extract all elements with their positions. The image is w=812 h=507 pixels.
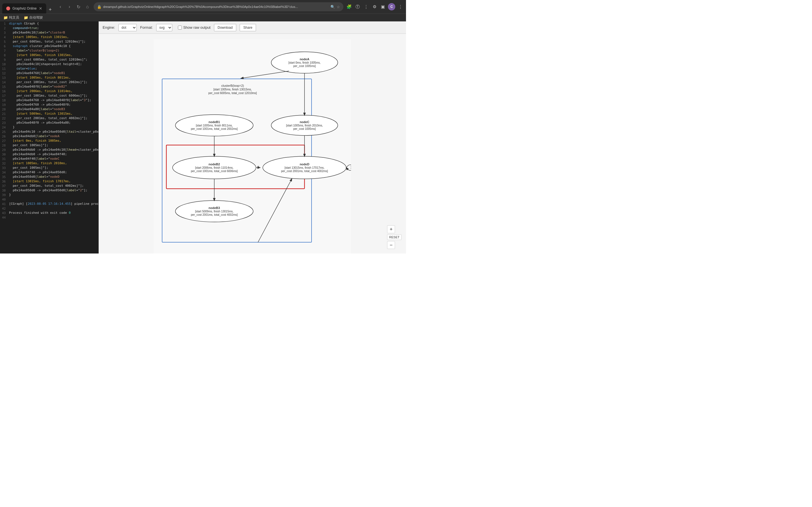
show-raw-checkbox-label[interactable]: Show raw output bbox=[178, 25, 211, 30]
line-number: 6 bbox=[0, 44, 8, 48]
tab-bar: Graphviz Online ✕ + bbox=[2, 0, 54, 13]
code-line: 21 [start 5009ms, finish 13015ms, bbox=[0, 112, 98, 116]
line-content: [start 1005ms, finish 8011ms, bbox=[8, 75, 98, 80]
line-content: p0x14ae04f40 -> p0x14ae050d0; bbox=[8, 170, 98, 175]
line-content bbox=[8, 206, 98, 211]
zoom-out-button[interactable]: − bbox=[387, 241, 395, 249]
line-number: 44 bbox=[0, 215, 8, 220]
new-tab-button[interactable]: + bbox=[46, 6, 54, 13]
bookmark-item-1[interactable]: 📁 自动驾驶 bbox=[24, 15, 43, 20]
edge-nodeb2-label-3: 3 bbox=[257, 165, 259, 169]
menu-button[interactable]: ⋮ bbox=[397, 3, 404, 10]
line-content: per_cost 1005ms]"]; bbox=[8, 166, 98, 170]
engine-select[interactable]: dot neato fdp sfdp twopi circo bbox=[118, 24, 137, 31]
extensions-button[interactable]: 🧩 bbox=[346, 3, 352, 10]
line-number: 40 bbox=[0, 197, 8, 202]
code-panel[interactable]: 1digraph CGraph {2 compound=true;3 p0x14… bbox=[0, 21, 99, 253]
nodeb1-label-line1: nodeB1 bbox=[209, 120, 220, 124]
line-content: p0x14ae050d0[label="nodeD bbox=[8, 175, 98, 179]
line-content: Process finished with exit code 0 bbox=[8, 211, 98, 215]
code-line: 8 [start 1005ms, finish 13015ms, bbox=[0, 53, 98, 57]
app-container: 1digraph CGraph {2 compound=true;3 p0x14… bbox=[0, 21, 406, 253]
line-number: 36 bbox=[0, 179, 8, 184]
line-number: 38 bbox=[0, 188, 8, 193]
graph-svg: clusterB(loop=2) [start 1005ms, finish 1… bbox=[154, 40, 351, 253]
code-line: 38 p0x14ae050d0 -> p0x14ae050d0[label="2… bbox=[0, 188, 98, 193]
code-line: 26 p0x14ae04db0[label="nodeA bbox=[0, 134, 98, 138]
line-number: 3 bbox=[0, 31, 8, 35]
line-number: 18 bbox=[0, 98, 8, 103]
nav-forward-button[interactable]: › bbox=[65, 3, 73, 11]
download-button[interactable]: Download bbox=[214, 24, 236, 31]
code-line: 9 per_cost 6005ms, total_cost 12010ms]"; bbox=[0, 57, 98, 62]
line-content: per_cost 1001ms, total_cost 2002ms]"]; bbox=[8, 80, 98, 84]
line-number: 43 bbox=[0, 211, 8, 215]
format-label: Format: bbox=[140, 25, 153, 30]
code-line: 2 compound=true; bbox=[0, 26, 98, 31]
graph-toolbar: Engine: dot neato fdp sfdp twopi circo F… bbox=[99, 21, 406, 34]
line-number: 10 bbox=[0, 62, 8, 66]
sidebar-toggle[interactable]: ▣ bbox=[379, 3, 386, 10]
line-content: per_cost 6005ms, total_cost 12010ms]"; bbox=[8, 57, 98, 62]
share-button[interactable]: Share bbox=[240, 24, 256, 31]
line-content: [start 13015ms, finish 17017ms, bbox=[8, 179, 98, 184]
line-number: 16 bbox=[0, 89, 8, 94]
line-content: p0x14ae04760 -> p0x14ae048f0[label="3"]; bbox=[8, 98, 98, 103]
code-line: 12 p0x14ae04760[label="nodeB1 bbox=[0, 71, 98, 75]
nav-home-button[interactable]: ⌂ bbox=[84, 3, 91, 11]
format-select[interactable]: svg png dot xdot json bbox=[156, 24, 172, 31]
settings-icon[interactable]: ⚙ bbox=[371, 3, 378, 10]
nav-refresh-button[interactable]: ↻ bbox=[74, 3, 82, 11]
active-tab[interactable]: Graphviz Online ✕ bbox=[2, 3, 46, 13]
code-line: 41[CGraph] [2023-08-05 17:16:14.455] pip… bbox=[0, 202, 98, 206]
line-content: p0x14ae04a80[label="nodeB3 bbox=[8, 107, 98, 112]
line-number: 28 bbox=[0, 143, 8, 148]
code-line: 23 p0x14ae048f0 -> p0x14ae04a80; bbox=[0, 121, 98, 125]
graph-content[interactable]: clusterB(loop=2) [start 1005ms, finish 1… bbox=[99, 34, 406, 253]
code-line: 32 [start 1005ms, finish 2010ms, bbox=[0, 161, 98, 166]
translate-icon[interactable]: Ⓣ bbox=[354, 3, 361, 10]
bookmark-label-1: 自动驾驶 bbox=[29, 15, 43, 20]
line-content bbox=[8, 197, 98, 202]
nodea-label-line2: [start 0ms, finish 1005ms, bbox=[289, 61, 320, 64]
bookmark-item-0[interactable]: 📁 纯文员 bbox=[3, 15, 19, 20]
line-content: p0x14ae04c10 -> p0x14ae050d0[ltail=clust… bbox=[8, 129, 99, 134]
line-number: 8 bbox=[0, 53, 8, 57]
profile-button[interactable]: C bbox=[388, 3, 395, 10]
line-number: 12 bbox=[0, 71, 8, 75]
code-line: 15 p0x14ae048f0[label="nodeB2" bbox=[0, 84, 98, 89]
line-number: 42 bbox=[0, 206, 8, 211]
line-content: } bbox=[8, 193, 98, 197]
folder-icon: 📁 bbox=[3, 15, 8, 20]
code-line: 14 per_cost 1001ms, total_cost 2002ms]"]… bbox=[0, 80, 98, 84]
line-content: subgraph cluster_p0x14ae04c10 { bbox=[8, 44, 98, 48]
line-number: 7 bbox=[0, 48, 8, 53]
line-content: p0x14ae04db0 -> p0x14ae04c10[lhead=clust… bbox=[8, 148, 99, 152]
line-number: 2 bbox=[0, 26, 8, 31]
code-line: 7 label="clusterB(loop=2) bbox=[0, 48, 98, 53]
line-content: p0x14ae04db0 -> p0x14ae04f40; bbox=[8, 152, 98, 157]
nodeb3-label-line2: [start 5009ms, finish 13015ms, bbox=[195, 210, 234, 213]
line-content: [start 1005ms, finish 13015ms, bbox=[8, 35, 98, 40]
tab-close-button[interactable]: ✕ bbox=[39, 6, 42, 11]
more-options-button[interactable]: ⋮ bbox=[363, 3, 369, 10]
code-line: 28 per_cost 1005ms]"]; bbox=[0, 143, 98, 148]
address-bar[interactable]: 🔒 dreampuf.github.io/GraphvizOnline/#dig… bbox=[94, 2, 343, 11]
line-content: p0x14ae048f0 -> p0x14ae04a80; bbox=[8, 121, 98, 125]
nav-back-button[interactable]: ‹ bbox=[56, 3, 64, 11]
nodea-label-line1: nodeA bbox=[300, 57, 309, 61]
search-icon: 🔍 bbox=[331, 5, 335, 9]
line-content: digraph CGraph { bbox=[8, 21, 98, 26]
zoom-in-button[interactable]: + bbox=[387, 225, 395, 233]
code-line: 37 per_cost 2001ms, total_cost 4002ms]"]… bbox=[0, 184, 98, 188]
reset-button[interactable]: RESET bbox=[387, 234, 402, 240]
show-raw-checkbox[interactable] bbox=[178, 25, 182, 30]
graph-panel: Engine: dot neato fdp sfdp twopi circo F… bbox=[99, 21, 406, 253]
line-number: 24 bbox=[0, 125, 8, 129]
cluster-b-label-line3: per_cost 6005ms, total_cost 12010ms] bbox=[208, 92, 257, 95]
line-content: per_cost 6005ms, total_cost 12010ms]"]; bbox=[8, 40, 98, 44]
edge-nodea-clusterb bbox=[241, 71, 289, 78]
line-number: 11 bbox=[0, 66, 8, 71]
nodeb2-label-line2: [start 2006ms, finish 11014ms, bbox=[195, 166, 234, 169]
code-line: 30 p0x14ae04db0 -> p0x14ae04f40; bbox=[0, 152, 98, 157]
